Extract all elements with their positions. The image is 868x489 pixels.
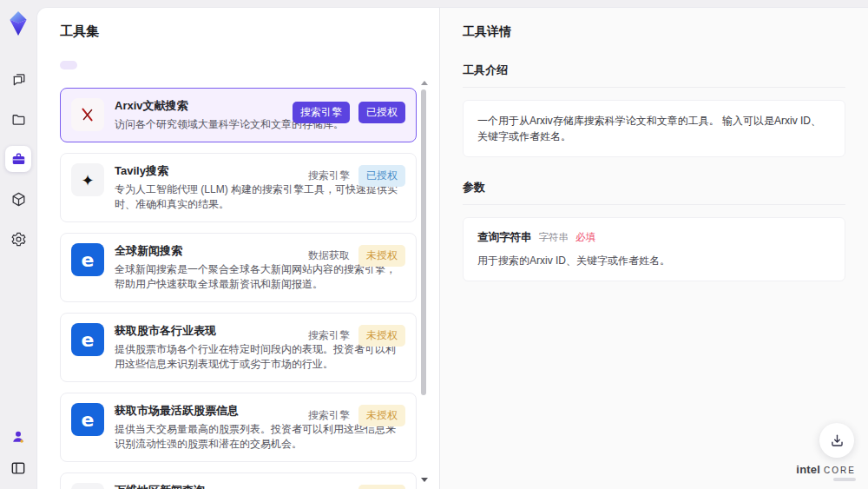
scrollbar-thumb[interactable] [421, 89, 426, 395]
intel-core-logo: intel CORE [796, 463, 856, 481]
main-content: 工具集 [36, 7, 868, 489]
arxiv-icon [71, 98, 104, 131]
globalnews-icon: e [71, 323, 104, 356]
category-tabs [60, 54, 417, 76]
app-logo-icon [5, 10, 31, 36]
tool-card[interactable]: 万维地区新闻查询 查询具体行政区划内的新闻，快速了解各地新闻动 搜索引擎 未授权 [60, 472, 417, 489]
param-type: 字符串 [539, 231, 569, 244]
download-icon [829, 433, 845, 449]
user-icon[interactable] [10, 428, 27, 449]
tool-description: 提供当天交易量最高的股票列表。投资者可以利用这些信息来识别流动性强的股票和潜在的… [115, 422, 405, 452]
auth-status-badge: 已授权 [358, 102, 405, 123]
param-name: 查询字符串 [477, 230, 532, 245]
scroll-down-arrow[interactable] [421, 478, 428, 482]
toolbox-icon[interactable] [5, 146, 31, 172]
tool-description: 提供股票市场各个行业在特定时间段内的表现。投资者可以利用这些信息来识别表现优于或… [115, 342, 405, 372]
scroll-up-arrow[interactable] [421, 81, 428, 85]
auth-status-badge: 未授权 [358, 485, 405, 489]
core-wordmark: CORE [824, 466, 856, 475]
tool-card[interactable]: e 获取股市各行业表现 提供股票市场各个行业在特定时间段内的表现。投资者可以利用… [60, 313, 417, 382]
params-heading: 参数 [463, 180, 845, 205]
tool-description: 全球新闻搜索是一个聚合全球各大新闻网站内容的搜索引擎，帮助用户快速获取全球最新资… [115, 262, 405, 292]
category-tab[interactable] [60, 61, 77, 69]
tool-detail-panel: 工具详情 工具介绍 一个用于从Arxiv存储库搜索科学论文和文章的工具。 输入可… [439, 8, 868, 489]
intro-heading: 工具介绍 [463, 63, 845, 88]
settings-icon[interactable] [5, 226, 31, 252]
tool-list-panel: 工具集 [37, 8, 439, 489]
folder-icon[interactable] [5, 106, 31, 132]
globalnews-icon: e [71, 243, 104, 276]
intel-wordmark: intel [796, 463, 820, 476]
tool-description: 专为人工智能代理 (LLM) 构建的搜索引擎工具，可快速提供实时、准确和真实的结… [115, 182, 405, 212]
param-required-flag: 必填 [575, 231, 595, 244]
detail-title: 工具详情 [463, 24, 845, 40]
brand-subtext-mark [833, 478, 856, 481]
panel-toggle-icon[interactable] [10, 459, 27, 480]
rail-nav [5, 66, 31, 252]
tool-list: Arxiv文献搜索 访问各个研究领域大量科学论文和文章的存储库。 搜索引擎 已授… [60, 88, 417, 489]
auth-status-badge: 已授权 [358, 165, 405, 187]
auth-status-badge: 未授权 [358, 405, 405, 426]
tool-card[interactable]: e 全球新闻搜索 全球新闻搜索是一个聚合全球各大新闻网站内容的搜索引擎，帮助用户… [60, 233, 417, 302]
auth-status-badge: 未授权 [358, 245, 405, 267]
param-box: 查询字符串 字符串 必填 用于搜索的Arxiv ID、关键字或作者姓名。 [463, 217, 845, 281]
intro-box: 一个用于从Arxiv存储库搜索科学论文和文章的工具。 输入可以是Arxiv ID… [463, 100, 845, 157]
tool-card[interactable]: ✦ Tavily搜索 专为人工智能代理 (LLM) 构建的搜索引擎工具，可快速提… [60, 153, 417, 222]
tool-category-tag: 搜索引擎 [308, 408, 350, 423]
tool-category-tag: 搜索引擎 [293, 102, 350, 123]
rail-bottom [10, 428, 27, 480]
tool-category-tag: 搜索引擎 [308, 169, 350, 183]
tool-card[interactable]: Arxiv文献搜索 访问各个研究领域大量科学论文和文章的存储库。 搜索引擎 已授… [60, 88, 417, 142]
news-icon [71, 483, 104, 489]
globalnews-icon: e [71, 403, 104, 436]
chat-icon[interactable] [5, 66, 31, 92]
list-scrollbar[interactable] [420, 81, 428, 484]
param-description: 用于搜索的Arxiv ID、关键字或作者姓名。 [477, 254, 831, 268]
tool-category-tag: 数据获取 [308, 248, 350, 263]
intro-text: 一个用于从Arxiv存储库搜索科学论文和文章的工具。 输入可以是Arxiv ID… [477, 113, 831, 144]
tool-card[interactable]: e 获取市场最活跃股票信息 提供当天交易量最高的股票列表。投资者可以利用这些信息… [60, 393, 417, 462]
app-window: 工具集 [0, 0, 868, 489]
page-title: 工具集 [60, 23, 417, 40]
auth-status-badge: 未授权 [358, 325, 405, 347]
left-rail [0, 0, 36, 489]
tool-category-tag: 搜索引擎 [308, 328, 350, 343]
tavily-icon: ✦ [71, 163, 104, 196]
download-button[interactable] [819, 423, 854, 458]
cube-icon[interactable] [5, 186, 31, 212]
